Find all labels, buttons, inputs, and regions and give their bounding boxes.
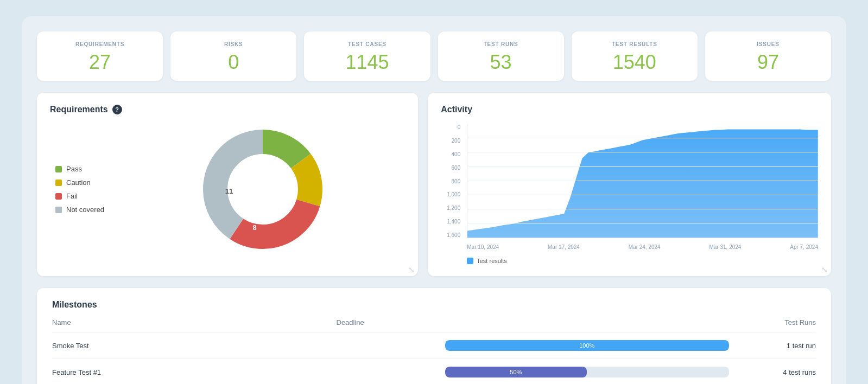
milestone-progress-fill-1: 50%: [445, 367, 587, 377]
milestone-progress-0: 100%: [445, 340, 730, 351]
requirements-title: Requirements ?: [50, 105, 405, 114]
requirements-content: Pass Caution Fail Not covered: [50, 124, 405, 254]
x-label-4: Apr 7, 2024: [790, 244, 818, 250]
legend-dot-3: [55, 207, 62, 213]
legend-item-fail: Fail: [55, 192, 104, 200]
milestone-name-1: Feature Test #1: [52, 368, 337, 376]
requirements-resize-handle: ⤡: [408, 265, 415, 274]
y-label-4: 800: [441, 178, 464, 184]
stat-label-3: TEST RUNS: [484, 41, 518, 47]
col-name: Name: [52, 318, 337, 327]
x-label-2: Mar 24, 2024: [629, 244, 661, 250]
x-label-0: Mar 10, 2024: [467, 244, 499, 250]
donut-center: [233, 159, 293, 219]
y-label-5: 600: [441, 165, 464, 171]
legend-item-caution: Caution: [55, 178, 104, 187]
legend-item-pass: Pass: [55, 165, 104, 173]
grid-line-1200: [467, 166, 818, 167]
milestones-rows: Smoke Test 100% 1 test run Feature Test …: [52, 332, 816, 384]
chart-legend: Test results: [441, 258, 818, 264]
activity-panel: Activity 1,6001,4001,2001,00080060040020…: [428, 93, 831, 276]
grid-line-800: [467, 195, 818, 195]
y-label-8: 0: [441, 124, 464, 130]
x-label-3: Mar 31, 2024: [709, 244, 741, 250]
activity-chart-svg: [467, 124, 818, 238]
grid-line-1600: [467, 138, 818, 138]
stat-value-3: 53: [490, 53, 512, 72]
chart-x-labels: Mar 10, 2024Mar 17, 2024Mar 24, 2024Mar …: [467, 239, 818, 254]
x-label-1: Mar 17, 2024: [548, 244, 580, 250]
donut-label-caution: 4: [291, 194, 295, 202]
milestone-progress-fill-0: 100%: [445, 340, 730, 351]
donut-label-fail: 8: [253, 223, 257, 232]
chart-legend-label: Test results: [477, 258, 507, 264]
grid-line-1000: [467, 181, 818, 181]
stat-card-risks[interactable]: RISKS 0: [170, 31, 296, 81]
chart-inner: [467, 124, 818, 238]
stat-value-1: 0: [228, 53, 239, 72]
legend-label-2: Fail: [66, 192, 78, 200]
col-progress: [445, 318, 730, 327]
donut-chart-container: 4 4 8 11: [121, 124, 405, 254]
chart-y-labels: 1,6001,4001,2001,0008006004002000: [441, 124, 464, 238]
stat-value-5: 97: [757, 53, 779, 72]
milestone-row-0: Smoke Test 100% 1 test run: [52, 332, 816, 359]
activity-title-text: Activity: [441, 105, 472, 114]
dashboard: REQUIREMENTS 27 RISKS 0 TEST CASES 1145 …: [22, 16, 846, 384]
donut-label-pass: 4: [276, 160, 281, 168]
col-test-runs: Test Runs: [729, 318, 816, 327]
requirements-panel: Requirements ? Pass Caution Fail Not cov…: [37, 93, 418, 276]
legend-label-3: Not covered: [66, 206, 104, 214]
col-deadline: Deadline: [337, 318, 445, 327]
legend-label-1: Caution: [66, 178, 91, 187]
legend-dot-0: [55, 166, 62, 172]
stat-label-1: RISKS: [224, 41, 243, 47]
grid-line-600: [467, 209, 818, 209]
milestone-name-0: Smoke Test: [52, 342, 337, 350]
stat-card-test-runs[interactable]: TEST RUNS 53: [438, 31, 564, 81]
y-label-3: 1,000: [441, 191, 464, 197]
stat-label-2: TEST CASES: [348, 41, 387, 47]
activity-resize-handle: ⤡: [821, 265, 828, 274]
activity-title: Activity: [441, 105, 818, 114]
milestone-test-runs-0: 1 test run: [729, 342, 816, 350]
legend-label-0: Pass: [66, 165, 82, 173]
stat-card-requirements[interactable]: REQUIREMENTS 27: [37, 31, 163, 81]
activity-area: [467, 129, 818, 238]
requirements-help-icon[interactable]: ?: [112, 105, 122, 114]
y-label-0: 1,600: [441, 232, 464, 238]
stat-value-0: 27: [89, 53, 111, 72]
grid-line-1400: [467, 152, 818, 152]
stat-card-test-results[interactable]: TEST RESULTS 1540: [572, 31, 698, 81]
requirements-legend: Pass Caution Fail Not covered: [55, 165, 104, 214]
requirements-title-text: Requirements: [50, 105, 108, 114]
stat-label-5: ISSUES: [757, 41, 779, 47]
milestones-panel: Milestones Name Deadline Test Runs Smoke…: [37, 288, 831, 384]
stat-card-issues[interactable]: ISSUES 97: [705, 31, 831, 81]
milestones-title: Milestones: [52, 300, 816, 310]
legend-dot-2: [55, 193, 62, 200]
milestone-row-1: Feature Test #1 50% 4 test runs: [52, 359, 816, 384]
legend-dot-1: [55, 180, 62, 186]
stat-cards-row: REQUIREMENTS 27 RISKS 0 TEST CASES 1145 …: [37, 31, 831, 81]
milestones-header: Name Deadline Test Runs: [52, 318, 816, 332]
stat-card-test-cases[interactable]: TEST CASES 1145: [304, 31, 430, 81]
stat-value-2: 1145: [345, 53, 389, 72]
y-label-1: 1,400: [441, 219, 464, 225]
donut-chart: 4 4 8 11: [198, 124, 328, 254]
middle-row: Requirements ? Pass Caution Fail Not cov…: [37, 93, 831, 276]
grid-line-400: [467, 223, 818, 223]
milestone-progress-1: 50%: [445, 367, 730, 377]
stat-label-0: REQUIREMENTS: [75, 41, 124, 47]
chart-legend-dot: [467, 258, 473, 264]
milestone-test-runs-1: 4 test runs: [729, 368, 816, 376]
legend-item-not covered: Not covered: [55, 206, 104, 214]
activity-chart-area: 1,6001,4001,2001,0008006004002000: [441, 124, 818, 254]
donut-label-notcovered: 11: [225, 187, 233, 195]
y-label-2: 1,200: [441, 205, 464, 211]
y-label-7: 200: [441, 138, 464, 144]
y-label-6: 400: [441, 151, 464, 157]
stat-label-4: TEST RESULTS: [612, 41, 657, 47]
stat-value-4: 1540: [613, 53, 656, 72]
